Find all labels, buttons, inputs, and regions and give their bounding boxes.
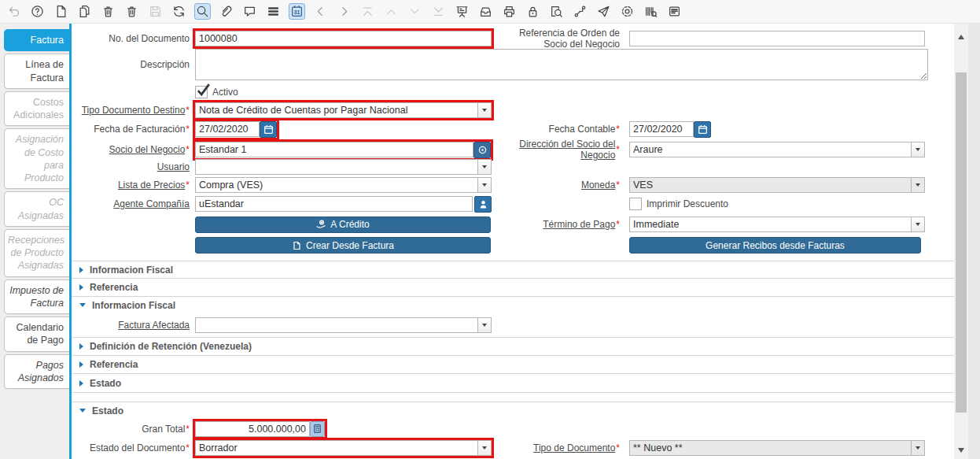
scrollbar-thumb[interactable] xyxy=(956,72,967,413)
user-dropdown-button[interactable] xyxy=(477,160,491,174)
previous-record-icon[interactable] xyxy=(312,3,329,20)
user-label[interactable]: Usuario xyxy=(157,161,190,172)
generate-receipts-button[interactable]: Generar Recibos desde Facturas xyxy=(629,237,921,254)
sidebar-tab-asignacion-de-costo[interactable]: Asignación de Costo para Producto xyxy=(4,128,69,189)
doc-type-label[interactable]: Tipo de Documento xyxy=(533,442,615,453)
affected-invoice-label[interactable]: Factura Afectada xyxy=(118,320,190,331)
grand-total-label: Gran Total xyxy=(142,424,185,435)
calendar-icon[interactable]: 31 xyxy=(289,3,305,20)
new-record-icon[interactable] xyxy=(53,3,69,20)
invoice-date-calendar-button[interactable] xyxy=(260,121,277,138)
payment-term-label[interactable]: Término de Pago xyxy=(543,219,615,230)
active-checkbox[interactable] xyxy=(195,86,208,98)
payment-term-dropdown[interactable] xyxy=(629,217,925,232)
doc-status-dropdown[interactable] xyxy=(195,440,492,456)
user-dropdown[interactable] xyxy=(195,159,492,175)
on-credit-button[interactable]: A Crédito xyxy=(195,217,491,233)
undo-icon[interactable] xyxy=(6,3,22,20)
business-partner-input[interactable] xyxy=(195,142,473,157)
report-icon[interactable] xyxy=(548,3,565,20)
workflow-icon[interactable] xyxy=(572,3,588,20)
price-list-label[interactable]: Lista de Precios xyxy=(118,180,185,191)
doc-status-dropdown-button[interactable] xyxy=(477,441,491,455)
settings-icon[interactable] xyxy=(619,3,636,20)
section-estado-2[interactable]: Estado xyxy=(72,402,954,419)
target-doc-type-highlight xyxy=(195,102,492,118)
copy-record-icon[interactable] xyxy=(76,3,93,20)
barcode-icon[interactable] xyxy=(643,3,659,20)
invoice-date-input[interactable] xyxy=(195,121,260,137)
lock-icon[interactable] xyxy=(525,3,541,20)
grid-toggle-icon[interactable] xyxy=(265,3,282,20)
sidebar-tab-recepciones[interactable]: Recepciones de Producto Asignadas xyxy=(4,229,69,277)
business-partner-label[interactable]: Socio del Negocio xyxy=(109,144,186,155)
section-informacion-fiscal-1[interactable]: Informacion Fiscal xyxy=(72,261,954,278)
help-panel-icon[interactable] xyxy=(666,3,683,20)
section-referencia-2[interactable]: Referencia xyxy=(72,355,954,373)
row-active: Activo xyxy=(72,83,954,101)
bp-address-dropdown-button[interactable] xyxy=(911,143,924,157)
price-list-input[interactable] xyxy=(196,178,477,192)
sidebar-tab-costos-adicionales[interactable]: Costos Adicionales xyxy=(4,91,69,127)
payment-term-dropdown-button[interactable] xyxy=(911,217,924,231)
vertical-scrollbar xyxy=(954,24,980,459)
scrollbar-track[interactable] xyxy=(954,24,968,459)
sidebar-tab-oc-asignadas[interactable]: OC Asignadas xyxy=(4,191,69,227)
bp-order-ref-input[interactable] xyxy=(629,31,925,46)
create-from-invoice-button-label: Crear Desde Factura xyxy=(306,240,394,251)
affected-invoice-dropdown-button[interactable] xyxy=(477,318,491,332)
target-doc-type-input[interactable] xyxy=(196,103,477,117)
price-list-dropdown[interactable] xyxy=(195,177,492,193)
bp-address-input[interactable] xyxy=(630,143,911,157)
sidebar-tab-calendario-de-pago[interactable]: Calendario de Pago xyxy=(4,316,69,352)
grand-total-input xyxy=(195,421,310,437)
create-from-invoice-button[interactable]: Crear Desde Factura xyxy=(195,237,491,254)
section-estado-1[interactable]: Estado xyxy=(72,373,954,392)
section-definicion-retencion[interactable]: Definición de Retención (Venezuela) xyxy=(72,337,954,355)
user-input[interactable] xyxy=(196,160,477,174)
doc-status-input[interactable] xyxy=(196,441,477,455)
refresh-icon[interactable] xyxy=(171,3,187,20)
document-no-input[interactable] xyxy=(195,31,492,46)
chat-icon[interactable] xyxy=(241,3,258,20)
presentation-icon[interactable] xyxy=(454,3,470,20)
section-informacion-fiscal-2[interactable]: Informacion Fiscal xyxy=(72,296,954,313)
scroll-down-icon[interactable] xyxy=(958,448,964,453)
delete-selection-icon[interactable] xyxy=(123,3,140,20)
grand-total-calculator-button[interactable] xyxy=(310,421,325,437)
currency-label[interactable]: Moneda xyxy=(581,180,615,191)
account-date-calendar-button[interactable] xyxy=(694,121,711,138)
find-icon[interactable] xyxy=(194,3,211,20)
bp-address-label[interactable]: Dirección del Socio del Negocio xyxy=(495,139,615,161)
section-referencia-1[interactable]: Referencia xyxy=(72,278,954,296)
company-agent-user-button[interactable] xyxy=(474,196,492,213)
chevron-right-icon xyxy=(79,284,83,291)
next-record-icon[interactable] xyxy=(336,3,352,20)
scroll-up-icon[interactable] xyxy=(958,35,964,39)
sidebar-tab-linea-de-factura[interactable]: Línea de Factura xyxy=(4,54,69,89)
target-doc-type-dropdown[interactable] xyxy=(195,102,492,118)
payment-term-input[interactable] xyxy=(630,217,911,231)
business-partner-info-button[interactable] xyxy=(473,142,491,158)
print-discount-checkbox[interactable] xyxy=(629,198,642,210)
affected-invoice-dropdown[interactable] xyxy=(195,317,492,333)
account-date-input[interactable] xyxy=(629,121,694,137)
price-list-dropdown-button[interactable] xyxy=(477,178,491,192)
description-input[interactable] xyxy=(195,49,928,80)
attachment-icon[interactable] xyxy=(218,3,234,20)
help-icon[interactable] xyxy=(29,3,46,20)
target-doc-type-label[interactable]: Tipo Documento Destino xyxy=(82,105,186,116)
company-agent-input[interactable] xyxy=(195,196,473,212)
target-doc-type-dropdown-button[interactable] xyxy=(477,103,491,117)
sidebar-tab-impuesto-de-factura[interactable]: Impuesto de Factura xyxy=(4,279,69,315)
bp-address-dropdown[interactable] xyxy=(629,142,925,157)
affected-invoice-input[interactable] xyxy=(196,318,477,332)
sidebar-tab-pagos-asignados[interactable]: Pagos Asignados xyxy=(4,354,69,390)
print-icon[interactable] xyxy=(501,3,518,20)
delete-record-icon[interactable] xyxy=(100,3,116,20)
company-agent-label[interactable]: Agente Compañía xyxy=(113,198,190,209)
description-label: Descripción xyxy=(140,59,190,70)
sidebar-tab-factura[interactable]: Factura xyxy=(4,29,69,51)
send-icon[interactable] xyxy=(595,3,612,20)
archive-icon[interactable] xyxy=(477,3,494,20)
